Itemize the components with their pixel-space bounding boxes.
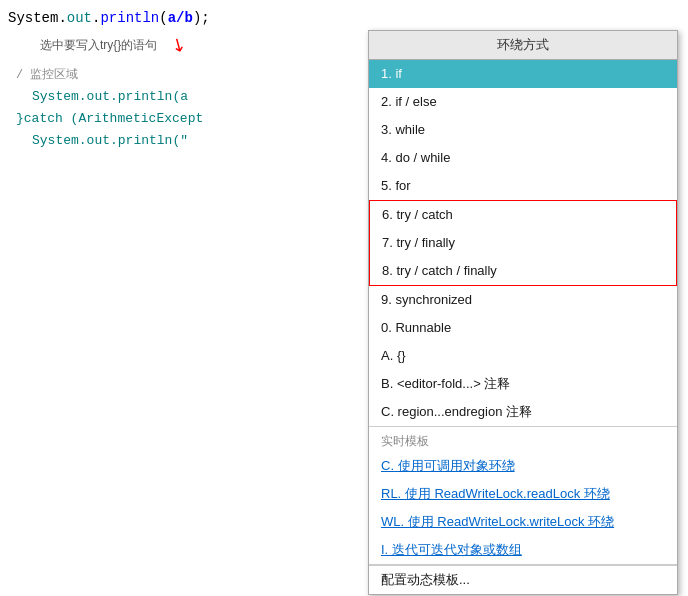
dropdown-item-iterate[interactable]: I. 迭代可迭代对象或数组 — [369, 536, 677, 564]
dropdown-item-while[interactable]: 3. while — [369, 116, 677, 144]
println-kw: println — [100, 10, 159, 26]
outlined-group: 6. try / catch 7. try / finally 8. try /… — [369, 200, 677, 286]
dropdown-item-for[interactable]: 5. for — [369, 172, 677, 200]
system-text: System. — [8, 10, 67, 26]
dropdown-item-try-finally[interactable]: 7. try / finally — [370, 229, 676, 257]
dropdown-item-braces[interactable]: A. {} — [369, 342, 677, 370]
code-top-line: System.out.println(a/b); — [0, 0, 688, 32]
dropdown-item-if[interactable]: 1. if — [369, 60, 677, 88]
dropdown-item-do-while[interactable]: 4. do / while — [369, 144, 677, 172]
dropdown-item-readlock[interactable]: RL. 使用 ReadWriteLock.readLock 环绕 — [369, 480, 677, 508]
configure-templates-button[interactable]: 配置动态模板... — [369, 565, 677, 594]
hint-label: 选中要写入try{}的语句 — [40, 37, 157, 54]
dropdown-item-writelock[interactable]: WL. 使用 ReadWriteLock.writeLock 环绕 — [369, 508, 677, 536]
realtime-label: 实时模板 — [369, 427, 677, 452]
ab-var: a/b — [168, 10, 193, 26]
dropdown-item-if-else[interactable]: 2. if / else — [369, 88, 677, 116]
paren-close: ); — [193, 10, 210, 26]
dropdown-item-synchronized[interactable]: 9. synchronized — [369, 286, 677, 314]
dropdown-item-region[interactable]: C. region...endregion 注释 — [369, 398, 677, 426]
paren-open: ( — [159, 10, 167, 26]
surround-with-dropdown: 环绕方式 1. if 2. if / else 3. while 4. do /… — [368, 30, 678, 595]
dropdown-item-try-catch[interactable]: 6. try / catch — [370, 201, 676, 229]
dropdown-item-runnable[interactable]: 0. Runnable — [369, 314, 677, 342]
dropdown-item-callable[interactable]: C. 使用可调用对象环绕 — [369, 452, 677, 480]
out-text: out — [67, 10, 92, 26]
dropdown-item-try-catch-finally[interactable]: 8. try / catch / finally — [370, 257, 676, 285]
arrow-indicator: ↘ — [167, 32, 191, 59]
dropdown-item-editor-fold[interactable]: B. <editor-fold...> 注释 — [369, 370, 677, 398]
dropdown-header: 环绕方式 — [369, 31, 677, 60]
